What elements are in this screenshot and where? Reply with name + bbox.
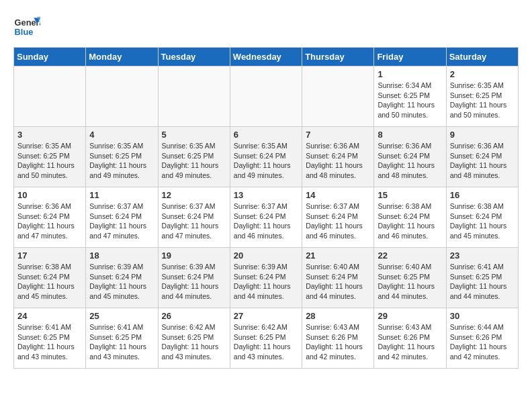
day-number: 7 — [306, 130, 370, 140]
logo-icon: General Blue — [13, 13, 40, 40]
day-number: 18 — [89, 250, 154, 261]
day-detail: Sunrise: 6:36 AMSunset: 6:24 PMDaylight:… — [17, 201, 82, 241]
calendar-week-row: 17Sunrise: 6:38 AMSunset: 6:24 PMDayligh… — [14, 248, 519, 308]
calendar-cell: 15Sunrise: 6:38 AMSunset: 6:24 PMDayligh… — [374, 187, 446, 248]
day-number: 5 — [162, 130, 226, 140]
day-number: 21 — [306, 250, 370, 261]
calendar-cell: 14Sunrise: 6:37 AMSunset: 6:24 PMDayligh… — [302, 187, 374, 248]
day-detail: Sunrise: 6:41 AMSunset: 6:25 PMDaylight:… — [450, 262, 515, 302]
day-number: 22 — [378, 250, 442, 261]
day-detail: Sunrise: 6:35 AMSunset: 6:25 PMDaylight:… — [450, 81, 515, 120]
day-detail: Sunrise: 6:42 AMSunset: 6:25 PMDaylight:… — [234, 322, 298, 362]
day-detail: Sunrise: 6:37 AMSunset: 6:24 PMDaylight:… — [89, 201, 154, 241]
calendar-cell — [158, 66, 230, 127]
day-detail: Sunrise: 6:41 AMSunset: 6:25 PMDaylight:… — [17, 322, 82, 362]
calendar-cell: 20Sunrise: 6:39 AMSunset: 6:24 PMDayligh… — [230, 248, 302, 308]
calendar-cell — [86, 66, 158, 127]
page-header: General Blue — [13, 13, 519, 40]
calendar-cell: 29Sunrise: 6:43 AMSunset: 6:26 PMDayligh… — [374, 308, 446, 369]
calendar-cell: 16Sunrise: 6:38 AMSunset: 6:24 PMDayligh… — [446, 187, 518, 248]
day-number: 27 — [234, 311, 298, 321]
weekday-header-monday: Monday — [86, 48, 158, 66]
day-number: 10 — [17, 190, 82, 200]
day-detail: Sunrise: 6:38 AMSunset: 6:24 PMDaylight:… — [450, 201, 515, 241]
calendar-cell: 18Sunrise: 6:39 AMSunset: 6:24 PMDayligh… — [86, 248, 158, 308]
calendar-cell: 28Sunrise: 6:43 AMSunset: 6:26 PMDayligh… — [302, 308, 374, 369]
day-number: 17 — [17, 250, 82, 261]
calendar-cell: 21Sunrise: 6:40 AMSunset: 6:24 PMDayligh… — [302, 248, 374, 308]
calendar-week-row: 1Sunrise: 6:34 AMSunset: 6:25 PMDaylight… — [14, 66, 519, 127]
day-detail: Sunrise: 6:36 AMSunset: 6:24 PMDaylight:… — [378, 141, 442, 181]
calendar-cell — [302, 66, 374, 127]
day-detail: Sunrise: 6:36 AMSunset: 6:24 PMDaylight:… — [306, 141, 370, 181]
day-number: 12 — [162, 190, 226, 200]
day-number: 23 — [450, 250, 515, 261]
day-number: 24 — [17, 311, 82, 321]
calendar-header-row: SundayMondayTuesdayWednesdayThursdayFrid… — [14, 48, 519, 66]
calendar-cell: 2Sunrise: 6:35 AMSunset: 6:25 PMDaylight… — [446, 66, 518, 127]
day-detail: Sunrise: 6:37 AMSunset: 6:24 PMDaylight:… — [162, 201, 226, 241]
day-number: 11 — [89, 190, 154, 200]
svg-text:Blue: Blue — [15, 27, 34, 37]
calendar-cell: 24Sunrise: 6:41 AMSunset: 6:25 PMDayligh… — [14, 308, 86, 369]
day-detail: Sunrise: 6:35 AMSunset: 6:25 PMDaylight:… — [17, 141, 82, 181]
day-number: 16 — [450, 190, 515, 200]
calendar-cell: 19Sunrise: 6:39 AMSunset: 6:24 PMDayligh… — [158, 248, 230, 308]
calendar-table: SundayMondayTuesdayWednesdayThursdayFrid… — [13, 47, 519, 369]
calendar-cell: 27Sunrise: 6:42 AMSunset: 6:25 PMDayligh… — [230, 308, 302, 369]
day-detail: Sunrise: 6:34 AMSunset: 6:25 PMDaylight:… — [378, 81, 442, 120]
day-detail: Sunrise: 6:42 AMSunset: 6:25 PMDaylight:… — [162, 322, 226, 362]
day-detail: Sunrise: 6:37 AMSunset: 6:24 PMDaylight:… — [306, 201, 370, 241]
page-container: General Blue SundayMondayTuesdayWednesda… — [0, 0, 532, 375]
calendar-cell: 23Sunrise: 6:41 AMSunset: 6:25 PMDayligh… — [446, 248, 518, 308]
day-number: 3 — [17, 130, 82, 140]
weekday-header-friday: Friday — [374, 48, 446, 66]
calendar-cell: 22Sunrise: 6:40 AMSunset: 6:25 PMDayligh… — [374, 248, 446, 308]
day-detail: Sunrise: 6:37 AMSunset: 6:24 PMDaylight:… — [234, 201, 298, 241]
day-detail: Sunrise: 6:40 AMSunset: 6:24 PMDaylight:… — [306, 262, 370, 302]
day-number: 19 — [162, 250, 226, 261]
day-number: 13 — [234, 190, 298, 200]
calendar-cell: 4Sunrise: 6:35 AMSunset: 6:25 PMDaylight… — [86, 127, 158, 187]
day-detail: Sunrise: 6:38 AMSunset: 6:24 PMDaylight:… — [17, 262, 82, 302]
day-number: 2 — [450, 69, 515, 79]
weekday-header-thursday: Thursday — [302, 48, 374, 66]
day-number: 30 — [450, 311, 515, 321]
day-detail: Sunrise: 6:39 AMSunset: 6:24 PMDaylight:… — [89, 262, 154, 302]
day-number: 8 — [378, 130, 442, 140]
day-detail: Sunrise: 6:43 AMSunset: 6:26 PMDaylight:… — [306, 322, 370, 362]
day-number: 9 — [450, 130, 515, 140]
day-number: 14 — [306, 190, 370, 200]
calendar-cell: 9Sunrise: 6:36 AMSunset: 6:24 PMDaylight… — [446, 127, 518, 187]
calendar-cell: 7Sunrise: 6:36 AMSunset: 6:24 PMDaylight… — [302, 127, 374, 187]
day-detail: Sunrise: 6:43 AMSunset: 6:26 PMDaylight:… — [378, 322, 442, 362]
calendar-cell: 8Sunrise: 6:36 AMSunset: 6:24 PMDaylight… — [374, 127, 446, 187]
day-detail: Sunrise: 6:40 AMSunset: 6:25 PMDaylight:… — [378, 262, 442, 302]
calendar-cell: 30Sunrise: 6:44 AMSunset: 6:26 PMDayligh… — [446, 308, 518, 369]
day-detail: Sunrise: 6:41 AMSunset: 6:25 PMDaylight:… — [89, 322, 154, 362]
calendar-cell — [14, 66, 86, 127]
calendar-cell: 17Sunrise: 6:38 AMSunset: 6:24 PMDayligh… — [14, 248, 86, 308]
calendar-cell: 12Sunrise: 6:37 AMSunset: 6:24 PMDayligh… — [158, 187, 230, 248]
day-number: 15 — [378, 190, 442, 200]
day-detail: Sunrise: 6:35 AMSunset: 6:25 PMDaylight:… — [162, 141, 226, 181]
calendar-cell: 10Sunrise: 6:36 AMSunset: 6:24 PMDayligh… — [14, 187, 86, 248]
weekday-header-wednesday: Wednesday — [230, 48, 302, 66]
calendar-week-row: 10Sunrise: 6:36 AMSunset: 6:24 PMDayligh… — [14, 187, 519, 248]
day-detail: Sunrise: 6:44 AMSunset: 6:26 PMDaylight:… — [450, 322, 515, 362]
calendar-cell: 1Sunrise: 6:34 AMSunset: 6:25 PMDaylight… — [374, 66, 446, 127]
day-number: 4 — [89, 130, 154, 140]
day-detail: Sunrise: 6:39 AMSunset: 6:24 PMDaylight:… — [162, 262, 226, 302]
day-detail: Sunrise: 6:35 AMSunset: 6:25 PMDaylight:… — [89, 141, 154, 181]
day-number: 1 — [378, 69, 442, 79]
day-number: 28 — [306, 311, 370, 321]
calendar-cell: 6Sunrise: 6:35 AMSunset: 6:24 PMDaylight… — [230, 127, 302, 187]
day-number: 26 — [162, 311, 226, 321]
weekday-header-tuesday: Tuesday — [158, 48, 230, 66]
logo: General Blue — [13, 13, 43, 40]
weekday-header-saturday: Saturday — [446, 48, 518, 66]
day-number: 20 — [234, 250, 298, 261]
calendar-week-row: 24Sunrise: 6:41 AMSunset: 6:25 PMDayligh… — [14, 308, 519, 369]
calendar-cell: 25Sunrise: 6:41 AMSunset: 6:25 PMDayligh… — [86, 308, 158, 369]
day-detail: Sunrise: 6:38 AMSunset: 6:24 PMDaylight:… — [378, 201, 442, 241]
